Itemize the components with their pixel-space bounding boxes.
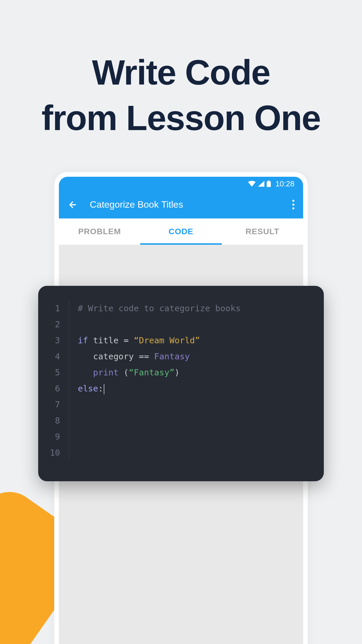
line-number: 10 [50,445,60,461]
code-line: print (“Fantasy”) [78,365,312,381]
back-arrow-icon[interactable] [68,200,78,210]
cellular-icon [258,181,264,187]
tab-label: RESULT [245,227,279,236]
code-punctuation: ) [175,368,180,377]
status-time: 10:28 [275,179,294,188]
line-number: 8 [50,413,60,429]
code-function: print [93,368,118,377]
code-line: else: [78,381,312,397]
code-variable: title [93,335,118,345]
code-line [78,397,312,413]
code-string: “Fantasy” [129,368,175,377]
line-number: 9 [50,429,60,445]
tab-bar: PROBLEM CODE RESULT [59,218,303,245]
code-line: if title = “Dream World” [78,332,312,349]
code-operator: == [139,351,149,361]
svg-rect-0 [268,181,270,181]
headline-line-2: from Lesson One [0,95,362,141]
line-number: 4 [50,349,60,365]
app-bar: Categorize Book Titles [59,191,303,218]
status-bar: 10:28 [59,177,303,191]
line-number: 5 [50,365,60,381]
line-number: 7 [50,397,60,413]
line-number: 6 [50,381,60,397]
code-line [78,413,312,429]
line-number-gutter: 1 2 3 4 5 6 7 8 9 10 [50,300,69,461]
code-variable: category [93,351,134,361]
page-title: Categorize Book Titles [90,199,183,210]
battery-icon [267,181,271,187]
line-number: 1 [50,300,60,316]
code-line [78,316,312,332]
text-cursor [104,384,104,394]
code-line: # Write code to categorize books [78,300,312,316]
code-keyword: if [78,335,88,345]
code-identifier: Fantasy [154,351,190,361]
headline-line-1: Write Code [0,50,362,95]
code-punctuation: ( [119,368,129,377]
code-line [78,445,312,461]
code-punctuation: : [98,384,103,393]
code-operator: = [124,335,129,345]
line-number: 3 [50,332,60,349]
svg-rect-1 [267,181,271,187]
code-line [78,429,312,445]
code-line: category == Fantasy [78,349,312,365]
code-keyword: else [78,384,98,393]
tab-problem[interactable]: PROBLEM [59,218,140,245]
code-content[interactable]: # Write code to categorize books if titl… [78,300,312,461]
more-options-icon[interactable] [292,200,294,209]
code-string: “Dream World” [134,335,200,345]
tab-label: PROBLEM [78,227,121,236]
tab-result[interactable]: RESULT [222,218,303,245]
wifi-icon [248,181,256,187]
code-editor[interactable]: 1 2 3 4 5 6 7 8 9 10 # Write code to cat… [38,286,324,481]
code-comment: # Write code to categorize books [78,303,241,313]
line-number: 2 [50,316,60,332]
tab-code[interactable]: CODE [140,218,222,245]
marketing-headline: Write Code from Lesson One [0,0,362,141]
tab-label: CODE [169,227,194,236]
